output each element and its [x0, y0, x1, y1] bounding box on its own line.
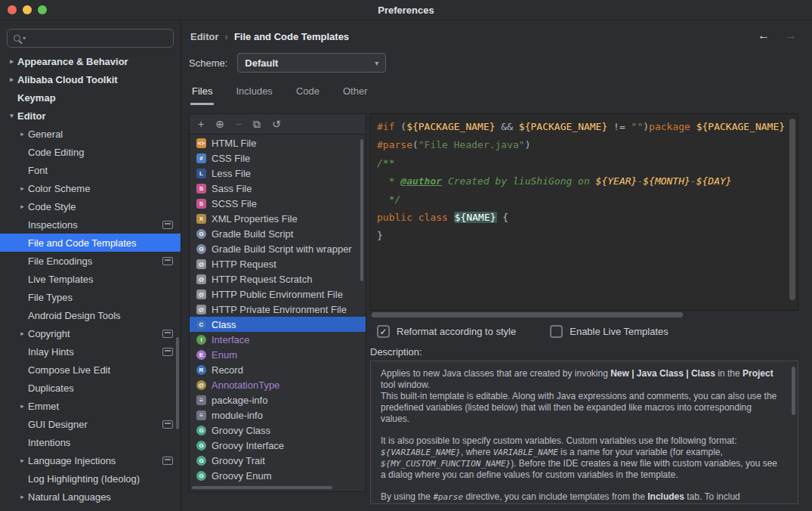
template-item-groovy-enum[interactable]: GGroovy Enum — [190, 468, 366, 483]
sidebar-item-code-editing[interactable]: Code Editing — [0, 143, 181, 161]
sidebar-item-inlay-hints[interactable]: Inlay Hints — [0, 342, 181, 361]
sidebar-item-general[interactable]: ▸General — [0, 125, 181, 143]
checkbox-enable-live-templates[interactable]: Enable Live Templates — [550, 325, 668, 338]
sidebar-item-duplicates[interactable]: Duplicates — [0, 379, 181, 397]
checkbox-reformat-according-to-style[interactable]: ✓Reformat according to style — [377, 325, 516, 338]
template-list-vertical-scrollbar[interactable] — [360, 139, 363, 281]
in-editor-preview-icon[interactable] — [162, 221, 173, 229]
template-item-class[interactable]: CClass — [190, 317, 366, 332]
sidebar-item-file-and-code-templates[interactable]: File and Code Templates — [0, 234, 181, 252]
template-item-http-request-scratch[interactable]: @HTTP Request Scratch — [190, 271, 366, 286]
sidebar-item-inspections[interactable]: Inspections — [0, 215, 181, 234]
create-child-template-button[interactable]: ⊕ — [215, 119, 224, 129]
chevron-right-icon[interactable]: ▸ — [17, 184, 28, 192]
settings-search-field[interactable]: ▾ — [7, 29, 174, 48]
template-item-label: Less File — [211, 168, 251, 179]
chevron-right-icon[interactable]: ▸ — [17, 402, 28, 410]
template-item-groovy-interface[interactable]: GGroovy Interface — [190, 438, 366, 453]
template-item-html-file[interactable]: <>HTML File — [190, 135, 366, 150]
checkbox-icon — [550, 325, 563, 338]
template-item-gradle-build-script[interactable]: GGradle Build Script — [190, 226, 366, 241]
sidebar-item-copyright[interactable]: ▸Copyright — [0, 324, 181, 342]
http-file-icon: @ — [196, 305, 206, 314]
editor-horizontal-scrollbar[interactable] — [372, 312, 797, 317]
duplicate-template-button[interactable]: ⧉ — [253, 119, 261, 129]
zoom-window-button[interactable] — [38, 5, 47, 14]
chevron-right-icon[interactable]: ▸ — [6, 57, 17, 65]
settings-search-input[interactable] — [28, 33, 167, 44]
sidebar-item-keymap[interactable]: Keymap — [0, 88, 181, 107]
sidebar-item-log-highlighting-ideolog[interactable]: Log Highlighting (Ideolog) — [0, 469, 181, 488]
template-item-http-request[interactable]: @HTTP Request — [190, 256, 366, 271]
titlebar: Preferences — [0, 0, 812, 20]
description-scrollbar[interactable] — [792, 367, 795, 415]
remove-template-button[interactable]: − — [236, 119, 242, 129]
template-editor[interactable]: #if (${PACKAGE_NAME} && ${PACKAGE_NAME} … — [370, 113, 798, 311]
sidebar-item-live-templates[interactable]: Live Templates — [0, 270, 181, 288]
tab-includes[interactable]: Includes — [234, 84, 273, 105]
template-item-record[interactable]: RRecord — [190, 362, 366, 377]
tab-code[interactable]: Code — [295, 84, 321, 105]
sidebar-item-file-encodings[interactable]: File Encodings — [0, 252, 181, 270]
forward-arrow-icon[interactable]: → — [785, 29, 797, 42]
template-item-groovy-trait[interactable]: GGroovy Trait — [190, 453, 366, 468]
sidebar-scrollbar[interactable] — [176, 337, 179, 429]
sidebar-item-language-injections[interactable]: ▸Language Injections — [0, 451, 181, 469]
template-list-horizontal-scrollbar[interactable] — [192, 486, 332, 489]
sidebar-item-appearance-behavior[interactable]: ▸Appearance & Behavior — [0, 52, 181, 70]
create-template-button[interactable]: + — [198, 119, 204, 129]
template-item-xml-properties-file[interactable]: XXML Properties File — [190, 211, 366, 226]
tab-files[interactable]: Files — [190, 84, 214, 105]
sidebar-item-alibaba-cloud-toolkit[interactable]: ▸Alibaba Cloud Toolkit — [0, 70, 181, 88]
sidebar-item-compose-live-edit[interactable]: Compose Live Edit — [0, 361, 181, 379]
template-item-interface[interactable]: IInterface — [190, 332, 366, 347]
sidebar-item-gui-designer[interactable]: GUI Designer — [0, 415, 181, 433]
in-editor-preview-icon[interactable] — [162, 457, 173, 465]
template-item-module-info[interactable]: ≡module-info — [190, 407, 366, 423]
in-editor-preview-icon[interactable] — [162, 420, 173, 429]
in-editor-preview-icon[interactable] — [162, 257, 173, 265]
template-item-enum[interactable]: EEnum — [190, 347, 366, 362]
chevron-right-icon[interactable]: ▸ — [17, 493, 28, 500]
template-item-gradle-build-script-with-wrapper[interactable]: GGradle Build Script with wrapper — [190, 241, 366, 256]
scheme-select[interactable]: Default ▾ — [237, 53, 386, 73]
sidebar-item-label: Inspections — [28, 219, 78, 231]
sidebar-item-intentions[interactable]: Intentions — [0, 433, 181, 451]
back-arrow-icon[interactable]: ← — [758, 29, 770, 42]
in-editor-preview-icon[interactable] — [162, 348, 173, 356]
sidebar-item-editor[interactable]: ▾Editor — [0, 107, 181, 125]
chevron-right-icon[interactable]: ▸ — [6, 76, 17, 83]
editor-vertical-scrollbar[interactable] — [789, 119, 795, 300]
sidebar-item-font[interactable]: Font — [0, 161, 181, 179]
groovy-file-icon: G — [196, 456, 206, 466]
chevron-right-icon[interactable]: ▸ — [17, 203, 28, 210]
reset-to-default-button[interactable]: ↺ — [272, 119, 281, 129]
template-item-sass-file[interactable]: SSass File — [190, 181, 366, 196]
chevron-right-icon[interactable]: ▸ — [17, 457, 28, 464]
template-item-css-file[interactable]: #CSS File — [190, 150, 366, 166]
sidebar-item-natural-languages[interactable]: ▸Natural Languages — [0, 488, 181, 506]
chevron-down-icon[interactable]: ▾ — [6, 112, 17, 119]
breadcrumb-editor[interactable]: Editor — [190, 31, 219, 42]
template-item-scss-file[interactable]: SSCSS File — [190, 196, 366, 211]
chevron-right-icon[interactable]: ▸ — [17, 330, 28, 337]
sidebar-item-code-style[interactable]: ▸Code Style — [0, 197, 181, 215]
sidebar-item-file-types[interactable]: File Types — [0, 288, 181, 306]
close-window-button[interactable] — [8, 5, 17, 14]
in-editor-preview-icon[interactable] — [162, 330, 173, 338]
sidebar-item-emmet[interactable]: ▸Emmet — [0, 397, 181, 415]
template-item-groovy-class[interactable]: GGroovy Class — [190, 423, 366, 438]
template-item-package-info[interactable]: ≡package-info — [190, 392, 366, 407]
template-item-less-file[interactable]: LLess File — [190, 166, 366, 181]
template-item-annotationtype[interactable]: @AnnotationType — [190, 377, 366, 392]
minimize-window-button[interactable] — [23, 5, 32, 14]
template-item-http-public-environment-file[interactable]: @HTTP Public Environment File — [190, 286, 366, 302]
history-navigation: ← → — [758, 29, 797, 42]
chevron-right-icon[interactable]: ▸ — [17, 130, 28, 138]
scheme-value: Default — [245, 57, 278, 69]
sidebar-item-android-design-tools[interactable]: Android Design Tools — [0, 306, 181, 324]
tab-other[interactable]: Other — [341, 84, 369, 105]
template-item-http-private-environment-file[interactable]: @HTTP Private Environment File — [190, 302, 366, 317]
editor-horizontal-scrollbar-thumb[interactable] — [372, 312, 683, 317]
sidebar-item-color-scheme[interactable]: ▸Color Scheme — [0, 179, 181, 197]
